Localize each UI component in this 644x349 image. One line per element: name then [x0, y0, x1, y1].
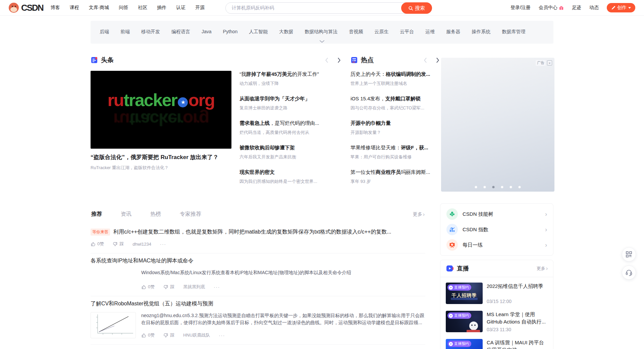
carousel-dot[interactable]	[501, 186, 503, 188]
nav-item-certification[interactable]: 认证	[176, 5, 185, 11]
sidebar-item-daily-practice[interactable]: 每日一练 ›	[446, 237, 547, 253]
article-author[interactable]: 黑就黑到底	[183, 284, 205, 290]
article-item[interactable]: 等你来答 利用c/c++创建复数二维数组，也就是复数矩阵，同时把matlab生成…	[91, 225, 425, 253]
ad-close-button[interactable]: ×	[547, 60, 552, 65]
tab-expert-recommend[interactable]: 专家推荐	[180, 211, 201, 218]
article-title[interactable]: 利用c/c++创建复数二维数组，也就是复数矩阵，同时把matlab生成的复数矩阵…	[113, 229, 391, 236]
headline-item[interactable]: 被微软收购后却惨遭下架 六年后我又开发新产品来抗衡	[239, 144, 342, 160]
article-item[interactable]: 了解CV和RoboMaster视觉组（五）运动建模与预测 neozng1@hnu…	[91, 296, 425, 345]
index-chart-icon	[446, 224, 458, 235]
live-item[interactable]: 直播预约 千人招聘季 2022拓维信息千人招聘季 03/15 12:00	[446, 283, 548, 304]
feature-title: “盗版合法化”，俄罗斯要把 RuTracker 放出来了？	[91, 153, 231, 161]
carousel-dot[interactable]	[519, 186, 521, 188]
headlines-next-button[interactable]	[335, 56, 342, 64]
search-input[interactable]	[226, 3, 401, 13]
login-register-link[interactable]: 登录/注册	[511, 5, 531, 11]
article-item[interactable]: 各系统查询IP地址和MAC地址的脚本或命令 Windows系统/Mac系统/Li…	[91, 253, 425, 296]
carousel-dot[interactable]	[484, 186, 486, 188]
hot-item[interactable]: 苹果维修堪比登天难：评级F，获... 苹果：用户可自行购买设备维修	[351, 144, 441, 160]
nav-item-blog[interactable]: 博客	[51, 5, 60, 11]
qrcode-button[interactable]	[622, 247, 636, 261]
live-item[interactable]: 直播预约 CA训练营 CA 训练营｜MAUI 跨平台应用开发实战	[446, 339, 548, 349]
chevron-right-icon	[435, 57, 440, 63]
category-cloud-platform[interactable]: 云平台	[400, 29, 414, 35]
ad-carousel-dots	[475, 186, 521, 188]
category-os[interactable]: 操作系统	[472, 29, 490, 35]
headlines-list: “我辞掉了年薪45万美元的开发工作” 动力减弱，业绩下降 从面临退学到华为「天才…	[239, 71, 342, 193]
live-reservation-badge: 直播预约	[447, 312, 471, 319]
category-ops[interactable]: 运维	[425, 29, 435, 35]
category-database[interactable]: 数据库管理	[502, 29, 525, 35]
headline-item[interactable]: 现实世界的密文 因为我们所感知的始终是一个密文世界...	[239, 169, 342, 185]
hot-header: 热点	[351, 55, 441, 65]
headline-item[interactable]: 需求着急上线，是写烂代码的理由... 烂代码当道，高质量代码将何去何从	[239, 120, 342, 136]
like-button[interactable]: 0赞	[141, 332, 155, 338]
nav-item-community[interactable]: 社区	[138, 5, 147, 11]
nav-item-qa[interactable]: 问答	[119, 5, 128, 11]
category-ai[interactable]: 人工智能	[249, 29, 268, 35]
main-nav: 博客 课程 文库·商城 问答 社区 插件 认证 开源	[51, 5, 205, 11]
category-bigdata[interactable]: 大数据	[279, 29, 293, 35]
customer-service-button[interactable]	[622, 265, 636, 280]
search-button[interactable]: 搜索	[401, 2, 432, 14]
carousel-dot[interactable]	[510, 186, 512, 188]
more-options-button[interactable]: ···	[219, 333, 225, 338]
live-more-button[interactable]: 更多 ›	[537, 265, 548, 271]
tab-news[interactable]: 资讯	[121, 211, 131, 218]
headlines-prev-button[interactable]	[323, 56, 330, 64]
more-options-button[interactable]: ···	[160, 242, 166, 247]
right-sidebar: CSDN 技能树 › CSDN 指数 › 每日一练 ›	[440, 203, 553, 349]
live-item-time: 03/23 11:30	[487, 327, 548, 332]
category-backend[interactable]: 后端	[100, 29, 109, 35]
category-programming-language[interactable]: 编程语言	[171, 29, 190, 35]
category-server[interactable]: 服务器	[446, 29, 460, 35]
category-python[interactable]: Python	[223, 29, 238, 35]
hot-item[interactable]: 历史上的今天：格状编码调制的发... 世界上第一个互联网注册域名	[351, 71, 441, 87]
category-mobile-dev[interactable]: 移动开发	[141, 29, 160, 35]
hot-item[interactable]: 开源中的巾帼力量 开源影响发量？	[351, 120, 441, 136]
hot-next-button[interactable]	[434, 56, 441, 64]
footprint-link[interactable]: 足迹	[572, 5, 581, 11]
dislike-button[interactable]: 踩	[163, 332, 174, 338]
article-title[interactable]: 各系统查询IP地址和MAC地址的脚本或命令	[91, 257, 194, 264]
like-button[interactable]: 0赞	[141, 284, 155, 290]
category-audio-video[interactable]: 音视频	[349, 29, 363, 35]
carousel-dot-active[interactable]	[492, 186, 495, 188]
live-item[interactable]: 直播预约 MS Learn 学堂｜使用 GitHub Actions 自动执行.…	[446, 311, 548, 332]
article-author[interactable]: HNU跃鹿战队	[183, 332, 210, 338]
dislike-button[interactable]: 踩	[113, 241, 124, 247]
hot-item[interactable]: 第一位女性商业程序员玛丽库姆斯... 享年 93 岁	[351, 169, 441, 185]
ad-banner[interactable]: 广告 ×	[441, 58, 554, 192]
qrcode-icon	[626, 251, 632, 258]
csdn-logo[interactable]: CSDN	[9, 3, 43, 13]
more-options-button[interactable]: ···	[214, 285, 220, 290]
article-title[interactable]: 了解CV和RoboMaster视觉组（五）运动建模与预测	[91, 300, 213, 307]
nav-item-plugin[interactable]: 插件	[157, 5, 166, 11]
category-frontend[interactable]: 前端	[120, 29, 130, 35]
expand-categories-button[interactable]	[319, 40, 325, 43]
sidebar-item-skill-tree[interactable]: CSDN 技能树 ›	[446, 206, 547, 222]
tab-recommend[interactable]: 推荐	[91, 211, 102, 218]
sidebar-item-csdn-index[interactable]: CSDN 指数 ›	[446, 222, 547, 237]
dislike-button[interactable]: 踩	[163, 284, 174, 290]
category-data-structures[interactable]: 数据结构与算法	[305, 29, 337, 35]
category-cloud-native[interactable]: 云原生	[374, 29, 388, 35]
headline-item[interactable]: 从面临退学到华为「天才少年」 复旦博士林田的逆袭之路	[239, 95, 342, 111]
vip-center-link[interactable]: 会员中心	[539, 5, 564, 11]
nav-item-course[interactable]: 课程	[70, 5, 79, 11]
category-java[interactable]: Java	[202, 29, 212, 35]
carousel-dot[interactable]	[475, 186, 477, 188]
feature-story[interactable]: rutracker★org rutrackerorg “盗版合法化”，俄罗斯要把…	[91, 71, 231, 193]
hot-item[interactable]: iOS 15.4发布，支持戴口罩解锁 因与公司存在分歧，寒武纪CTO梁军...	[351, 95, 441, 111]
live-thumbnail: 直播预约 千人招聘季	[446, 283, 483, 304]
like-button[interactable]: 0赞	[91, 241, 104, 247]
tab-hot-rank[interactable]: 热榜	[150, 211, 161, 218]
nav-item-library-mall[interactable]: 文库·商城	[89, 5, 109, 11]
moments-link[interactable]: 动态	[589, 5, 599, 11]
feed-more-button[interactable]: 更多 ›	[413, 211, 425, 217]
article-author[interactable]: dhwl1234	[132, 242, 151, 247]
headline-item[interactable]: “我辞掉了年薪45万美元的开发工作” 动力减弱，业绩下降	[239, 71, 342, 87]
create-button[interactable]: 创作	[607, 3, 635, 12]
hot-prev-button[interactable]	[422, 56, 429, 64]
nav-item-opensource[interactable]: 开源	[195, 5, 205, 11]
